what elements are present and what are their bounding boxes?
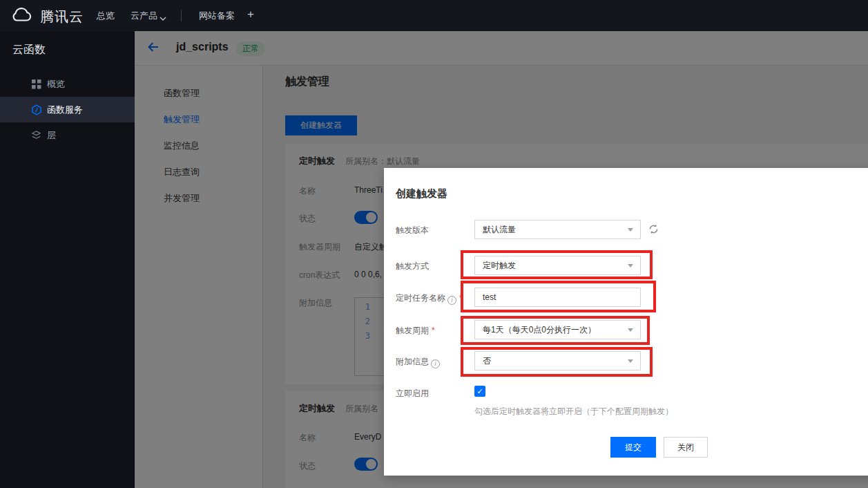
chevron-down-icon xyxy=(628,264,633,268)
extra-info-select[interactable]: 否 xyxy=(474,351,641,370)
sidebar-item-label: 层 xyxy=(47,129,56,142)
sidebar-item-label: 函数服务 xyxy=(47,104,83,116)
nav-item-icp-filing[interactable]: 网站备案 xyxy=(199,10,235,22)
field-label-task-name: 定时任务名称i* xyxy=(396,292,463,305)
field-label-enable-now: 立即启用 xyxy=(396,388,429,400)
nav-item-cloud-products[interactable]: 云产品 xyxy=(131,10,157,22)
layers-icon xyxy=(31,130,42,141)
sidebar-item-label: 概览 xyxy=(47,78,65,91)
sidebar-item-function-service[interactable]: 函数服务 xyxy=(0,97,135,122)
select-value: 否 xyxy=(483,356,491,366)
task-name-input[interactable] xyxy=(474,288,641,307)
trigger-method-select[interactable]: 定时触发 xyxy=(474,256,641,275)
cloud-logo-icon xyxy=(10,7,34,26)
field-label-trigger-method: 触发方式 xyxy=(396,261,429,272)
modal-title: 创建触发器 xyxy=(396,187,447,200)
enable-now-checkbox[interactable]: ✓ xyxy=(474,386,485,397)
left-sidebar: 云函数 概览 函数服务 层 xyxy=(0,31,135,488)
chevron-down-icon xyxy=(628,228,633,232)
close-button[interactable]: 关闭 xyxy=(664,437,708,458)
select-value: 定时触发 xyxy=(483,261,516,270)
required-asterisk: * xyxy=(459,293,463,303)
product-title: 云函数 xyxy=(12,43,46,57)
function-hexagon-icon xyxy=(31,104,42,115)
top-nav: 腾讯云 总览 云产品 网站备案 + xyxy=(0,0,868,31)
label-text: 触发周期 xyxy=(396,326,429,335)
nav-add-tab-button[interactable]: + xyxy=(247,8,254,21)
chevron-down-icon xyxy=(628,328,633,332)
trigger-cycle-select[interactable]: 每1天（每天0点0分执行一次） xyxy=(474,320,641,339)
field-label-extra-info: 附加信息i xyxy=(396,356,440,368)
sidebar-item-layers[interactable]: 层 xyxy=(0,122,135,148)
chevron-down-icon xyxy=(160,12,166,23)
sidebar-item-overview[interactable]: 概览 xyxy=(0,71,135,97)
brand-name: 腾讯云 xyxy=(40,8,84,26)
select-value: 默认流量 xyxy=(483,225,516,234)
trigger-version-select[interactable]: 默认流量 xyxy=(474,220,641,239)
required-asterisk: * xyxy=(432,326,435,335)
field-label-trigger-cycle: 触发周期* xyxy=(396,325,435,337)
nav-item-overview[interactable]: 总览 xyxy=(97,10,115,22)
grid-icon xyxy=(31,79,42,90)
info-icon[interactable]: i xyxy=(431,359,440,368)
submit-button[interactable]: 提交 xyxy=(610,437,656,458)
info-icon[interactable]: i xyxy=(447,296,456,305)
field-label-trigger-version: 触发版本 xyxy=(396,225,429,236)
tencent-cloud-logo[interactable]: 腾讯云 xyxy=(10,7,84,26)
create-trigger-modal: 创建触发器 触发版本 默认流量 触发方式 定时触发 定时任务名称i* 触发周期*… xyxy=(384,168,868,476)
label-text: 定时任务名称 xyxy=(396,293,445,303)
label-text: 附加信息 xyxy=(396,357,429,366)
refresh-icon[interactable] xyxy=(648,223,659,238)
enable-helper-text: 勾选后定时触发器将立即开启（于下个配置周期触发） xyxy=(474,406,673,417)
nav-divider xyxy=(181,10,182,21)
chevron-down-icon xyxy=(628,359,633,363)
select-value: 每1天（每天0点0分执行一次） xyxy=(483,325,596,335)
